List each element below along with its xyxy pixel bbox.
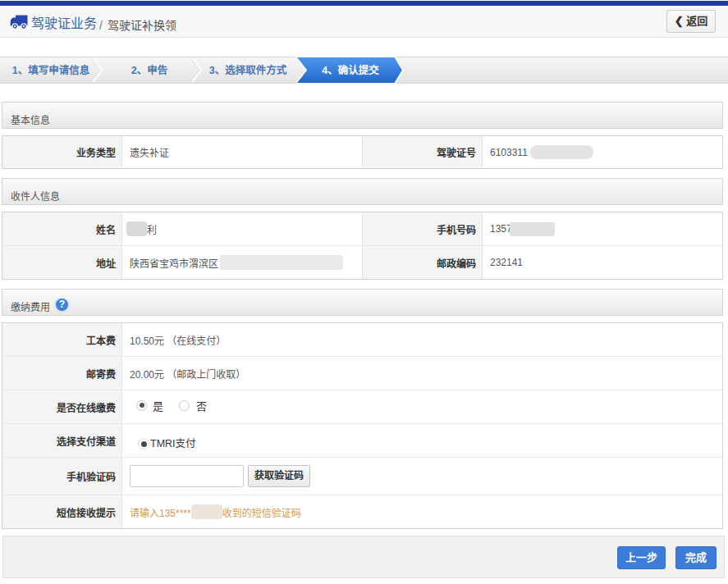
svg-text:4、确认提交: 4、确认提交	[322, 64, 379, 76]
svg-text:1、填写申请信息: 1、填写申请信息	[12, 64, 90, 76]
svg-text:2、申告: 2、申告	[131, 64, 168, 76]
svg-text:3、选择取件方式: 3、选择取件方式	[209, 64, 287, 76]
